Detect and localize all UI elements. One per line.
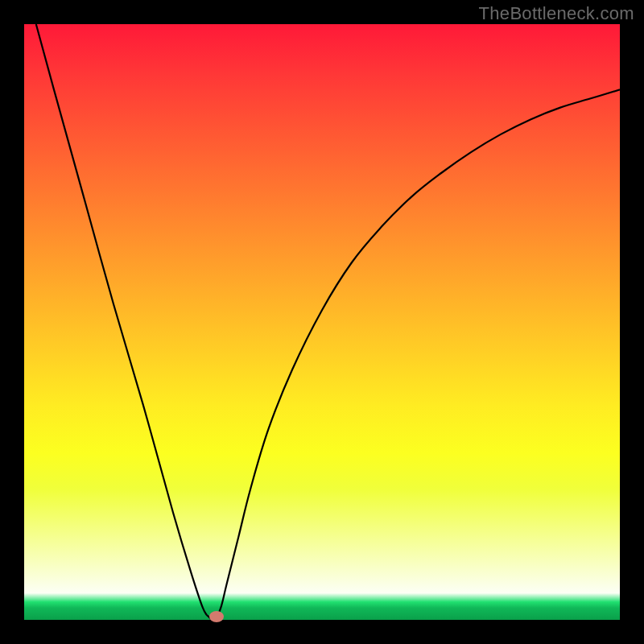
optimum-marker	[209, 611, 224, 622]
plot-area	[24, 24, 620, 620]
curve-layer	[24, 24, 620, 620]
watermark-text: TheBottleneck.com	[479, 3, 634, 24]
bottleneck-curve	[36, 24, 620, 620]
chart-container: TheBottleneck.com	[0, 0, 644, 644]
